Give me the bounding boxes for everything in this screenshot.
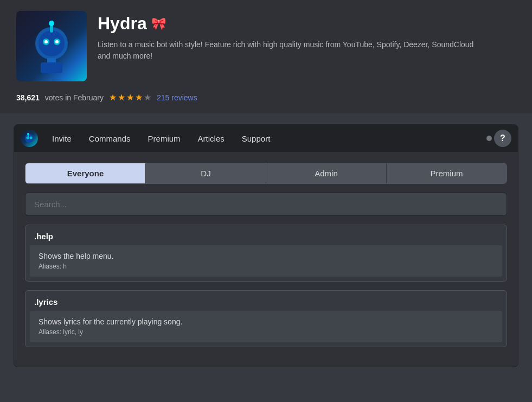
aliases-label-help: Aliases:: [39, 263, 63, 270]
nav-premium[interactable]: Premium: [140, 131, 188, 146]
reviews-link[interactable]: 215 reviews: [157, 93, 197, 102]
nav-invite[interactable]: Invite: [44, 131, 79, 146]
bot-name: Hydra: [98, 14, 147, 34]
bot-badge: 🎀: [151, 17, 166, 31]
svg-point-4: [44, 40, 48, 43]
command-aliases-lyrics: Aliases: lyric, ly: [39, 328, 493, 336]
command-body-lyrics: Shows lyrics for the currently playing s…: [30, 311, 502, 342]
svg-rect-9: [41, 62, 62, 73]
command-desc-help: Shows the help menu.: [39, 252, 493, 260]
command-card-lyrics: .lyrics Shows lyrics for the currently p…: [25, 290, 507, 347]
star-5: ★: [144, 92, 151, 103]
command-card-help: .help Shows the help menu. Aliases: h: [25, 225, 507, 282]
bot-panel: Invite Commands Premium Articles Support…: [14, 124, 518, 367]
bot-details: Hydra 🎀 Listen to a music bot with style…: [98, 11, 477, 62]
command-desc-lyrics: Shows lyrics for the currently playing s…: [39, 317, 493, 326]
reviews-count: 215: [157, 93, 169, 102]
command-name-lyrics: .lyrics: [25, 291, 507, 307]
nav-articles[interactable]: Articles: [190, 131, 232, 146]
reviews-label: reviews: [171, 93, 197, 102]
votes-row: 38,621 votes in February ★ ★ ★ ★ ★ 215 r…: [16, 92, 516, 103]
header-section: Hydra 🎀 Listen to a music bot with style…: [0, 0, 532, 113]
svg-point-10: [25, 134, 34, 143]
filter-premium[interactable]: Premium: [387, 163, 507, 183]
bot-info: Hydra 🎀 Listen to a music bot with style…: [16, 11, 516, 81]
filter-admin[interactable]: Admin: [266, 163, 387, 183]
nav-bar: Invite Commands Premium Articles Support…: [14, 125, 518, 152]
star-2: ★: [118, 92, 125, 103]
filter-row: Everyone DJ Admin Premium: [25, 163, 507, 184]
svg-point-14: [27, 133, 29, 135]
content-area: Everyone DJ Admin Premium .help Shows th…: [14, 152, 518, 367]
svg-point-5: [55, 40, 59, 43]
search-input[interactable]: [25, 193, 507, 216]
votes-count: 38,621: [16, 93, 40, 102]
help-button[interactable]: ?: [494, 130, 511, 147]
votes-label: votes in February: [45, 93, 104, 102]
bot-name-row: Hydra 🎀: [98, 14, 477, 34]
svg-point-1: [39, 30, 65, 56]
command-aliases-help: Aliases: h: [39, 263, 493, 270]
command-name-help: .help: [25, 225, 507, 241]
stars: ★ ★ ★ ★ ★: [109, 92, 151, 103]
nav-logo: [21, 130, 38, 147]
bot-avatar: [16, 11, 87, 81]
svg-point-7: [49, 21, 54, 26]
star-3: ★: [126, 92, 134, 103]
filter-everyone[interactable]: Everyone: [25, 163, 146, 183]
aliases-values-lyrics: lyric, ly: [63, 328, 83, 336]
command-body-help: Shows the help menu. Aliases: h: [30, 245, 502, 277]
nav-commands[interactable]: Commands: [81, 131, 138, 146]
nav-support[interactable]: Support: [234, 131, 278, 146]
aliases-label-lyrics: Aliases:: [39, 328, 63, 336]
status-dot: [486, 136, 492, 141]
star-4: ★: [135, 92, 143, 103]
filter-dj[interactable]: DJ: [146, 163, 266, 183]
star-1: ★: [109, 92, 117, 103]
svg-point-12: [30, 137, 33, 139]
aliases-values-help: h: [63, 263, 67, 270]
bot-description: Listen to a music bot with style! Featur…: [98, 39, 477, 62]
